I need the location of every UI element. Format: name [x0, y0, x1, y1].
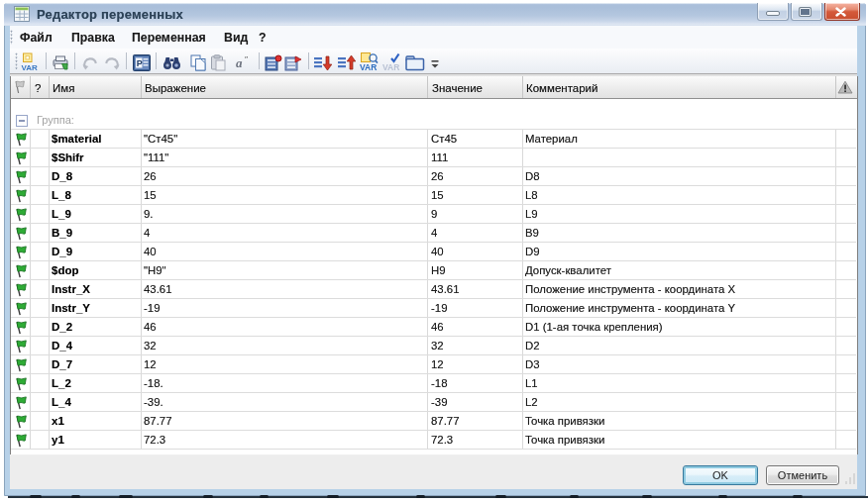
svg-text:VAR: VAR	[22, 63, 39, 72]
svg-text:VAR: VAR	[360, 62, 377, 71]
svg-text:′′: ′′	[245, 54, 249, 63]
svg-text:a: a	[236, 55, 243, 70]
svg-text:P: P	[137, 58, 143, 68]
svg-text:VAR: VAR	[382, 62, 399, 71]
